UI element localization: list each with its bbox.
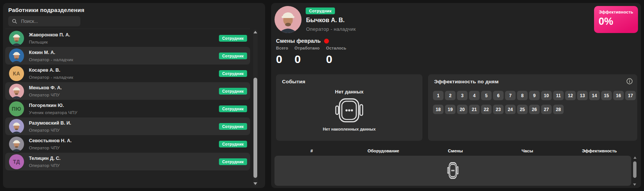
worker-photo	[9, 119, 24, 134]
worker-photo	[9, 84, 24, 99]
worker-list: Жаворонков П. А. Пильщик Сотрудник	[5, 29, 250, 170]
shifts-stats: Всего 0 Отработано 0 Осталось 0	[276, 46, 346, 66]
record-dot-icon	[324, 39, 329, 44]
workers-panel: Работники подразделения	[3, 3, 265, 188]
scrollbar-thumb[interactable]	[253, 78, 257, 178]
worker-status-badge: Сотрудник	[219, 70, 247, 77]
worker-avatar	[9, 137, 24, 152]
day-button[interactable]: 6	[493, 91, 504, 100]
daily-efficiency-title: Эффективность по дням	[434, 79, 499, 84]
day-button[interactable]: 3	[457, 91, 468, 100]
info-icon[interactable]	[626, 78, 633, 84]
worker-initials: КА	[13, 71, 20, 77]
scrollbar-thumb[interactable]	[633, 161, 636, 178]
profile-status-badge: Сотрудник	[306, 8, 335, 14]
day-button[interactable]: 13	[577, 91, 588, 100]
worker-photo	[9, 137, 24, 152]
day-button[interactable]: 17	[625, 91, 636, 100]
worker-list-item[interactable]: КА Косарев А. В. Оператор - наладчик Сот…	[5, 65, 250, 82]
worker-avatar	[9, 48, 24, 63]
table-column-header: #	[276, 149, 347, 153]
table-scrollbar[interactable]	[633, 156, 637, 186]
day-button[interactable]: 12	[565, 91, 576, 100]
worker-status-badge: Сотрудник	[219, 105, 247, 112]
day-button[interactable]: 16	[613, 91, 624, 100]
worker-info: Меньков Ф. А. Оператор ЧПУ	[29, 85, 219, 97]
worker-list-item[interactable]: Жаворонков П. А. Пильщик Сотрудник	[5, 29, 250, 47]
worker-info: Разумовский В. И. Оператор ЧПУ	[29, 120, 219, 132]
daily-efficiency-card: Эффективность по дням 1 2 3 4 5	[428, 74, 637, 141]
profile-photo	[274, 6, 302, 33]
day-button[interactable]: 1	[433, 91, 443, 100]
worker-role: Ученик оператора ЧПУ	[29, 110, 219, 115]
shift-stat: Всего 0	[276, 46, 288, 66]
day-button[interactable]: 28	[553, 105, 564, 114]
search-icon	[12, 19, 17, 24]
table-column-header: Оборудование	[347, 149, 419, 153]
worker-role: Оператор ЧПУ	[29, 146, 219, 150]
equipment-table-body	[274, 156, 631, 186]
worker-name: Телицин Д. С.	[29, 156, 219, 161]
day-button[interactable]: 20	[457, 105, 468, 114]
day-button[interactable]: 8	[517, 91, 528, 100]
day-button[interactable]: 15	[601, 91, 612, 100]
worker-status-badge: Сотрудник	[219, 88, 247, 95]
workers-panel-title: Работники подразделения	[8, 7, 84, 13]
worker-info: Косарев А. В. Оператор - наладчик	[29, 68, 219, 80]
day-button[interactable]: 2	[445, 91, 455, 100]
day-button[interactable]: 25	[517, 105, 528, 114]
profile-name: Бычков А. В.	[306, 17, 345, 24]
scroll-up-arrow-icon[interactable]	[633, 156, 636, 159]
stat-value: 0	[326, 53, 346, 66]
day-buttons-grid: 1 2 3 4 5 6 7 8 9 10	[433, 91, 636, 114]
worker-info: Погорелкин Ю. Ученик оператора ЧПУ	[29, 103, 219, 115]
search-box[interactable]	[8, 16, 80, 26]
worker-name: Жаворонков П. А.	[29, 32, 219, 38]
worker-detail-panel: Сотрудник Бычков А. В. Оператор - наладч…	[271, 3, 641, 188]
stat-value: 0	[276, 53, 288, 66]
search-input[interactable]	[20, 18, 77, 24]
day-button[interactable]: 4	[469, 91, 480, 100]
day-button[interactable]: 14	[589, 91, 600, 100]
worker-initials: ПЮ	[12, 106, 21, 112]
worker-list-item[interactable]: ТД Телицин Д. С. Оператор ЧПУ Сотрудник	[5, 153, 250, 170]
day-button[interactable]: 21	[469, 105, 480, 114]
day-button[interactable]: 11	[553, 91, 564, 100]
worker-info: Севостьянов Н. А. Оператор ЧПУ	[29, 138, 219, 150]
stat-label: Отработано	[294, 46, 320, 50]
day-button[interactable]: 9	[529, 91, 540, 100]
day-button[interactable]: 26	[529, 105, 540, 114]
stat-label: Осталось	[326, 46, 346, 50]
shifts-section-title: Смены февраль	[276, 38, 329, 44]
worker-list-item[interactable]: Севостьянов Н. А. Оператор ЧПУ Сотрудник	[5, 135, 250, 153]
scroll-down-arrow-icon[interactable]	[253, 182, 257, 185]
worker-list-item[interactable]: Кокин М. А. Оператор - наладчик Сотрудни…	[5, 47, 250, 65]
day-button[interactable]: 10	[541, 91, 552, 100]
worker-name: Кокин М. А.	[29, 50, 219, 55]
worker-info: Телицин Д. С. Оператор ЧПУ	[29, 156, 219, 168]
day-button[interactable]: 23	[493, 105, 504, 114]
day-button[interactable]: 19	[445, 105, 455, 114]
worker-avatar	[9, 84, 24, 99]
workers-scrollbar[interactable]	[253, 29, 258, 186]
day-button[interactable]: 22	[481, 105, 492, 114]
day-button[interactable]: 27	[541, 105, 552, 114]
worker-avatar	[9, 31, 24, 46]
worker-avatar: КА	[9, 66, 24, 81]
day-button[interactable]: 24	[505, 105, 516, 114]
day-button[interactable]: 5	[481, 91, 492, 100]
scroll-down-arrow-icon[interactable]	[633, 183, 636, 186]
worker-list-item[interactable]: ПЮ Погорелкин Ю. Ученик оператора ЧПУ Со…	[5, 100, 250, 117]
scroll-up-arrow-icon[interactable]	[253, 31, 257, 33]
robot-no-data-icon	[335, 98, 363, 123]
day-button[interactable]: 18	[433, 105, 443, 114]
events-empty-subtitle: Нет накопленных данных	[323, 127, 376, 131]
worker-status-badge: Сотрудник	[219, 53, 247, 59]
day-button[interactable]: 7	[505, 91, 516, 100]
table-column-header: Смены	[419, 149, 492, 153]
worker-list-item[interactable]: Разумовский В. И. Оператор ЧПУ Сотрудник	[5, 117, 250, 135]
shift-stat: Отработано 0	[294, 46, 320, 66]
worker-list-item[interactable]: Меньков Ф. А. Оператор ЧПУ Сотрудник	[5, 82, 250, 100]
efficiency-value: 0%	[599, 16, 633, 27]
worker-status-badge: Сотрудник	[219, 123, 247, 130]
